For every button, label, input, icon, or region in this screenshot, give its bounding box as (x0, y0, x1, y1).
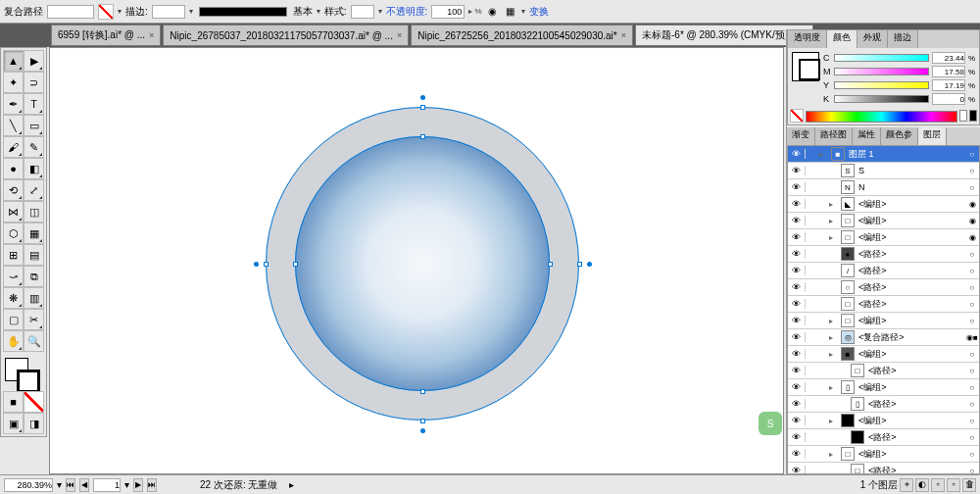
target-icon[interactable]: ◉ (965, 217, 979, 225)
tab-swatches[interactable]: 颜色参 (881, 127, 918, 145)
target-icon[interactable]: ○ (965, 367, 979, 375)
layer-row[interactable]: 👁▸□<编组>○ (788, 313, 979, 329)
magenta-input[interactable] (932, 66, 965, 77)
black-swatch[interactable] (969, 110, 977, 122)
disclosure-icon[interactable]: ▸ (829, 450, 839, 459)
handle-point[interactable] (420, 428, 425, 433)
layer-row[interactable]: 👁▸◣<编组>◉ (788, 196, 979, 213)
scale-tool[interactable]: ⤢ (24, 179, 44, 201)
layer-row[interactable]: 👁▸▮<编组>○ (788, 413, 979, 429)
visibility-icon[interactable]: 👁 (788, 316, 806, 325)
stroke-preview[interactable] (199, 7, 287, 17)
symbol-sprayer-tool[interactable]: ❋ (3, 287, 24, 309)
page-input[interactable] (93, 478, 121, 492)
close-icon[interactable]: × (621, 30, 626, 40)
visibility-icon[interactable]: 👁 (788, 166, 806, 175)
target-icon[interactable]: ○ (965, 450, 979, 459)
style-dropdown[interactable] (351, 5, 374, 19)
lasso-tool[interactable]: ⊃ (24, 72, 44, 93)
target-icon[interactable]: ○ (965, 183, 979, 192)
handle-point[interactable] (254, 262, 259, 267)
visibility-icon[interactable]: 👁 (788, 432, 806, 442)
color-swatch-large[interactable] (792, 52, 819, 81)
disclosure-icon[interactable]: ▸ (829, 383, 839, 392)
anchor-point[interactable] (293, 262, 298, 267)
layer-row[interactable]: 👁▯<路径>○ (788, 396, 979, 413)
make-mask-icon[interactable]: ◐ (915, 478, 929, 492)
layer-row[interactable]: 👁▸◎<复合路径>◉■ (788, 329, 979, 346)
target-icon[interactable]: ○ (965, 150, 979, 159)
blend-tool[interactable]: ⧉ (24, 266, 44, 287)
anchor-point[interactable] (420, 419, 425, 423)
black-slider[interactable] (834, 95, 929, 103)
status-chevron[interactable]: ▸ (289, 479, 294, 490)
none-fill-icon[interactable] (98, 4, 114, 20)
yellow-slider[interactable] (834, 81, 929, 89)
panel-tab-transparency[interactable]: 透明度 (788, 30, 827, 48)
visibility-icon[interactable]: 👁 (788, 399, 806, 409)
visibility-icon[interactable]: 👁 (788, 149, 806, 159)
last-page[interactable]: ⏭ (147, 478, 157, 492)
eraser-tool[interactable]: ◧ (24, 158, 44, 179)
rectangle-tool[interactable]: ▭ (24, 115, 44, 136)
width-tool[interactable]: ⋈ (3, 201, 24, 222)
visibility-icon[interactable]: 👁 (788, 382, 806, 392)
target-icon[interactable]: ○ (965, 267, 979, 275)
visibility-icon[interactable]: 👁 (788, 449, 806, 459)
layer-row[interactable]: 👁SS○ (788, 163, 979, 179)
shape-builder-tool[interactable]: ⬡ (3, 222, 24, 244)
disclosure-icon[interactable]: ▸ (829, 233, 839, 242)
target-icon[interactable]: ○ (965, 383, 979, 392)
first-page[interactable]: ⏮ (66, 478, 75, 492)
visibility-icon[interactable]: 👁 (788, 366, 806, 375)
layer-row[interactable]: 👁▸■<编组>○ (788, 346, 979, 363)
target-icon[interactable]: ○ (965, 300, 979, 309)
visibility-icon[interactable]: 👁 (788, 349, 806, 359)
white-swatch[interactable] (959, 110, 967, 122)
eyedropper-tool[interactable]: ⤻ (3, 266, 24, 287)
anchor-point[interactable] (420, 134, 425, 139)
target-icon[interactable]: ◉ (965, 200, 979, 209)
gradient-tool[interactable]: ▤ (24, 244, 44, 266)
panel-tab-appearance[interactable]: 外观 (858, 30, 888, 48)
panel-tab-stroke[interactable]: 描边 (888, 30, 918, 48)
chevron-icon[interactable]: ▾ (189, 7, 193, 16)
tab-pathfinder[interactable]: 路径图 (815, 127, 853, 145)
spectrum-bar[interactable] (806, 111, 957, 123)
selection-tool[interactable]: ▲ (3, 50, 24, 72)
tab-gradient[interactable]: 渐变 (787, 127, 815, 145)
stroke-weight-input[interactable] (152, 5, 185, 19)
brush-tool[interactable]: 🖌 (3, 136, 24, 158)
anchor-point[interactable] (548, 262, 553, 267)
doc-tab[interactable]: Nipic_26785037_20180321175057703037.ai* … (163, 25, 409, 46)
visibility-icon[interactable]: 👁 (788, 416, 806, 425)
layer-row[interactable]: 👁NN○ (788, 179, 979, 196)
disclosure-icon[interactable]: ▸ (819, 150, 829, 159)
layer-row[interactable]: 👁□<路径>○ (788, 296, 979, 313)
black-input[interactable] (932, 93, 965, 105)
delete-layer-icon[interactable]: 🗑 (962, 478, 976, 492)
chevron-icon[interactable]: ▾ (378, 7, 382, 16)
layer-row[interactable]: 👁▮<路径>○ (788, 429, 979, 446)
layer-row[interactable]: 👁▸□<编组>○ (788, 446, 979, 463)
target-icon[interactable]: ○ (965, 400, 979, 409)
visibility-icon[interactable]: 👁 (788, 232, 806, 242)
cyan-input[interactable] (932, 52, 965, 64)
graph-tool[interactable]: ▥ (24, 287, 44, 309)
next-page[interactable]: ▶ (133, 478, 143, 492)
cyan-slider[interactable] (834, 54, 929, 62)
layer-row[interactable]: 👁□<路径>○ (788, 363, 979, 379)
anchor-point[interactable] (420, 389, 425, 394)
mesh-tool[interactable]: ⊞ (3, 244, 24, 266)
line-tool[interactable]: ╲ (3, 115, 24, 136)
canvas-area[interactable] (49, 47, 784, 474)
recolor-icon[interactable]: ◉ (486, 5, 500, 19)
visibility-icon[interactable]: 👁 (788, 299, 806, 309)
doc-tab[interactable]: 6959 [转换].ai* @ ...× (51, 25, 161, 46)
close-icon[interactable]: × (397, 30, 402, 40)
direct-selection-tool[interactable]: ▶ (24, 50, 44, 72)
color-swatches[interactable] (3, 356, 42, 391)
target-icon[interactable]: ○ (965, 167, 979, 175)
layer-row[interactable]: 👁●<路径>○ (788, 246, 979, 263)
pencil-tool[interactable]: ✎ (24, 136, 44, 158)
